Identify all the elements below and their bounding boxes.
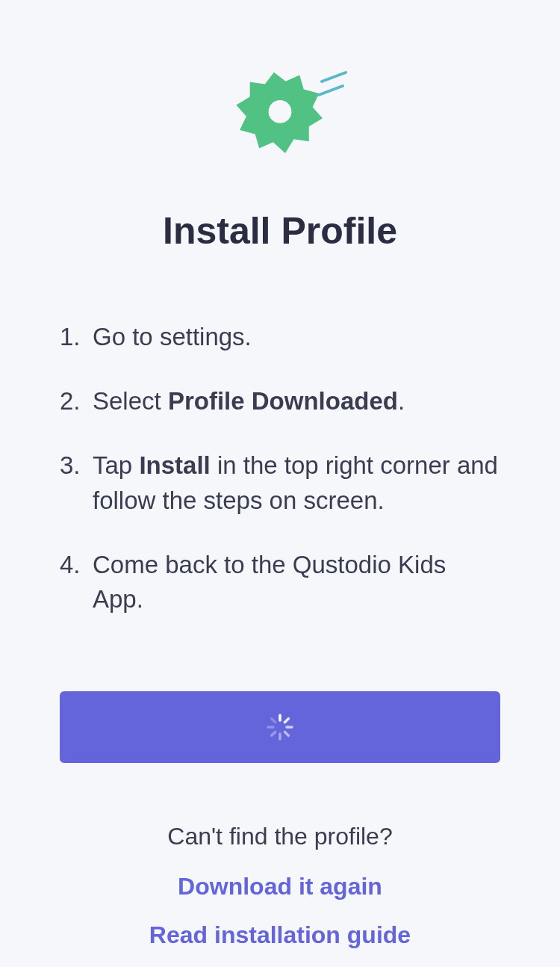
gear-illustration <box>213 60 347 172</box>
svg-line-2 <box>319 86 343 95</box>
page-title: Install Profile <box>163 209 397 253</box>
svg-point-0 <box>269 100 292 123</box>
svg-line-10 <box>272 719 276 723</box>
primary-action-button[interactable] <box>60 691 500 763</box>
instruction-step: Go to settings. <box>60 320 500 354</box>
instruction-step: Tap Install in the top right corner and … <box>60 448 500 517</box>
gear-icon <box>228 64 332 168</box>
motion-lines-icon <box>317 71 351 101</box>
instruction-list: Go to settings. Select Profile Downloade… <box>60 320 500 646</box>
instruction-step: Come back to the Qustodio Kids App. <box>60 548 500 617</box>
svg-line-1 <box>322 72 346 81</box>
step-text-bold: Profile Downloaded <box>168 387 398 415</box>
svg-line-8 <box>272 732 276 736</box>
step-text-before: Come back to the Qustodio Kids App. <box>93 551 446 613</box>
step-text-before: Go to settings. <box>93 323 252 350</box>
svg-line-4 <box>284 719 288 723</box>
download-again-link[interactable]: Download it again <box>178 873 382 900</box>
step-text-before: Select <box>93 387 168 415</box>
step-text-after: . <box>398 387 405 415</box>
installation-guide-link[interactable]: Read installation guide <box>149 921 411 949</box>
step-text-bold: Install <box>139 451 210 479</box>
instruction-step: Select Profile Downloaded. <box>60 384 500 418</box>
help-question: Can't find the profile? <box>167 823 392 850</box>
svg-line-6 <box>284 732 288 736</box>
loading-spinner-icon <box>265 712 295 742</box>
step-text-before: Tap <box>93 451 139 479</box>
